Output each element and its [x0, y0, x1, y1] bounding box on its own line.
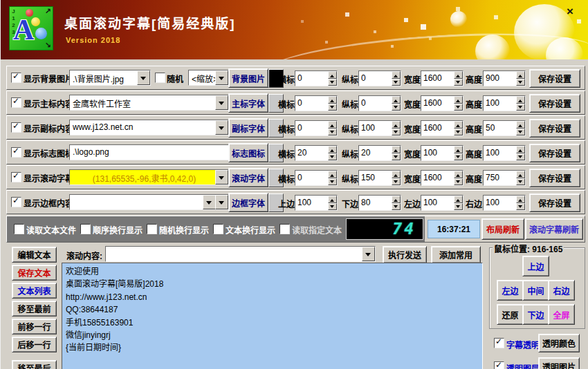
marquee-font-button[interactable]: 滚动字体 — [228, 168, 268, 187]
read-text-file-checkbox[interactable] — [14, 224, 24, 234]
dropdown-button[interactable] — [215, 70, 228, 85]
width-field[interactable]: 1600 — [421, 120, 463, 136]
spin-down-button[interactable] — [328, 153, 337, 161]
text-list-button[interactable]: 文本列表 — [12, 283, 57, 299]
spin-up-button[interactable] — [392, 96, 401, 104]
random-checkbox[interactable] — [155, 73, 165, 83]
dropdown-button[interactable] — [203, 195, 216, 209]
spin-down-button[interactable] — [392, 129, 401, 136]
spin-down-button[interactable] — [516, 178, 525, 186]
spin-up-button[interactable] — [454, 96, 463, 104]
spin-up-button[interactable] — [454, 196, 463, 203]
transparent-image-button[interactable]: 透明图片 — [538, 357, 580, 369]
spin-down-button[interactable] — [516, 153, 525, 161]
spin-down-button[interactable] — [516, 129, 525, 136]
x-field[interactable]: 0 — [295, 170, 338, 186]
position-bottom-button[interactable]: 下边 — [522, 304, 549, 325]
height-field[interactable]: 50 — [483, 120, 526, 136]
spin-down-button[interactable] — [516, 104, 525, 111]
spin-up-button[interactable] — [328, 121, 337, 129]
spin-up-button[interactable] — [516, 96, 525, 104]
spin-up-button[interactable] — [328, 171, 337, 178]
height-field[interactable]: 100 — [483, 95, 526, 111]
spin-up-button[interactable] — [454, 121, 463, 129]
subtitle-combobox[interactable]: www.j123.net.cn — [69, 120, 229, 135]
close-icon[interactable]: × — [567, 5, 573, 19]
spin-down-button[interactable] — [454, 153, 463, 161]
marquee-style-combobox[interactable]: (131,65535,-96,隶书,0,42,0) — [69, 169, 229, 185]
x-field[interactable]: 0 — [295, 70, 338, 86]
scale-mode-combobox[interactable]: <缩放> — [188, 70, 229, 86]
x-field[interactable]: 0 — [295, 95, 338, 111]
spin-down-button[interactable] — [328, 104, 337, 111]
dropdown-button[interactable] — [215, 120, 228, 135]
show-marquee-checkbox[interactable]: ✓ — [11, 172, 21, 182]
spin-down-button[interactable] — [454, 79, 463, 86]
random-wrap-checkbox[interactable] — [147, 224, 157, 234]
spin-down-button[interactable] — [328, 178, 337, 186]
spin-up-button[interactable] — [516, 171, 525, 178]
add-common-button[interactable]: 添加常用 — [431, 246, 481, 263]
read-specified-text-checkbox[interactable] — [279, 224, 290, 234]
border-content-combobox[interactable] — [69, 194, 229, 210]
spin-up-button[interactable] — [328, 96, 337, 104]
transparent-color-button[interactable]: 透明颜色 — [538, 334, 580, 352]
move-to-end-button[interactable]: 移至最后 — [12, 360, 57, 369]
spin-up-button[interactable] — [328, 71, 337, 79]
logo-icon-button[interactable]: 标志图标 — [228, 143, 268, 162]
sequential-wrap-checkbox[interactable] — [80, 224, 91, 234]
transparent-layer-checkbox[interactable]: ✓ — [494, 361, 504, 369]
height-field[interactable]: 900 — [483, 70, 526, 86]
show-logo-checkbox[interactable]: ✓ — [11, 147, 21, 158]
top-margin-field[interactable]: 100 — [295, 195, 338, 211]
spin-up-button[interactable] — [392, 121, 401, 129]
spin-up-button[interactable] — [454, 171, 463, 178]
move-to-front-button[interactable]: 移至最前 — [12, 301, 57, 316]
save-text-button[interactable]: 保存文本 — [12, 265, 57, 281]
width-field[interactable]: 1600 — [421, 170, 463, 186]
spin-up-button[interactable] — [392, 71, 401, 79]
position-top-button[interactable]: 上边 — [522, 256, 549, 276]
height-field[interactable]: 100 — [483, 145, 526, 161]
dropdown-button[interactable] — [215, 95, 228, 110]
subtitle-font-button[interactable]: 副标字体 — [228, 118, 268, 138]
spin-down-button[interactable] — [454, 203, 463, 211]
layout-refresh-button[interactable]: 布局刷新 — [481, 218, 524, 240]
x-field[interactable]: 0 — [295, 120, 338, 136]
spin-up-button[interactable] — [392, 146, 401, 153]
width-field[interactable]: 1600 — [421, 70, 463, 86]
spin-down-button[interactable] — [328, 79, 337, 86]
show-main-title-checkbox[interactable]: ✓ — [11, 97, 21, 108]
y-field[interactable]: 100 — [358, 120, 401, 136]
height-field[interactable]: 750 — [483, 170, 526, 186]
spin-down-button[interactable] — [516, 79, 525, 86]
spin-up-button[interactable] — [454, 146, 463, 153]
y-field[interactable]: 150 — [358, 170, 401, 186]
main-title-combobox[interactable]: 金鹰软件工作室 — [69, 95, 229, 111]
spin-up-button[interactable] — [516, 146, 525, 153]
spin-up-button[interactable] — [516, 71, 525, 79]
x-field[interactable]: 20 — [295, 145, 338, 161]
dropdown-button[interactable] — [215, 170, 228, 184]
position-right-button[interactable]: 右边 — [548, 280, 575, 301]
width-field[interactable]: 100 — [421, 145, 463, 161]
save-settings-button[interactable]: 保存设置 — [529, 94, 580, 113]
spin-up-button[interactable] — [392, 196, 401, 203]
spin-up-button[interactable] — [516, 121, 525, 129]
spin-down-button[interactable] — [392, 203, 401, 211]
show-background-checkbox[interactable]: ✓ — [11, 73, 21, 83]
spin-up-button[interactable] — [516, 196, 525, 203]
scroll-content-combobox[interactable] — [105, 246, 376, 262]
position-left-button[interactable]: 左边 — [497, 280, 524, 301]
show-subtitle-checkbox[interactable]: ✓ — [11, 122, 21, 133]
spin-down-button[interactable] — [392, 104, 401, 111]
show-border-checkbox[interactable]: ✓ — [11, 197, 21, 207]
dropdown-button[interactable] — [362, 247, 375, 261]
move-down-line-button[interactable]: 后移一行 — [12, 337, 57, 352]
edit-text-button[interactable]: 编辑文本 — [12, 247, 57, 263]
spin-down-button[interactable] — [392, 153, 401, 161]
position-restore-button[interactable]: 还原 — [497, 304, 524, 325]
y-field[interactable]: 0 — [358, 70, 401, 86]
spin-up-button[interactable] — [454, 71, 463, 79]
spin-down-button[interactable] — [328, 203, 337, 211]
